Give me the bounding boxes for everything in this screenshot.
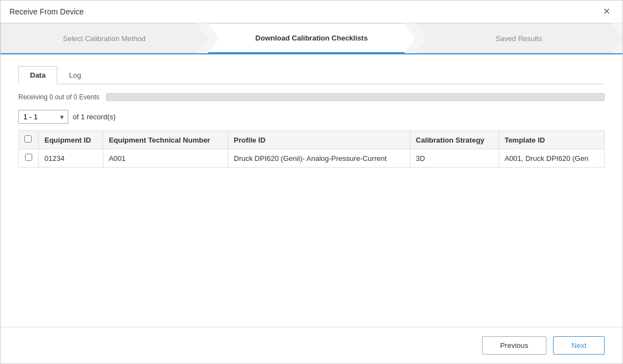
- pagination-info: of 1 record(s): [73, 113, 115, 121]
- tab-data-label: Data: [30, 71, 46, 79]
- footer: Previous Next: [1, 327, 622, 363]
- column-header-calibration-strategy: Calibration Strategy: [410, 131, 499, 149]
- tab-log-label: Log: [69, 71, 81, 79]
- close-button[interactable]: ✕: [600, 6, 614, 17]
- cell-calibration-strategy: 3D: [410, 149, 499, 168]
- column-header-profile-id: Profile ID: [228, 131, 410, 149]
- window-title: Receive From Device: [9, 7, 84, 16]
- row-checkbox[interactable]: [25, 154, 32, 161]
- cell-template-id: A001, Druck DPI620 (Gen: [499, 149, 604, 168]
- wizard-step-download-checklists-label: Download Calibration Checklists: [255, 34, 368, 42]
- table-header-row: Equipment ID Equipment Technical Number …: [19, 131, 605, 149]
- tabs-bar: Data Log: [18, 65, 605, 84]
- previous-button[interactable]: Previous: [482, 336, 547, 355]
- wizard-step-select-method[interactable]: Select Calibration Method: [1, 23, 208, 53]
- table-body: 01234 A001 Druck DPI620 (Genii)- Analog-…: [19, 149, 605, 168]
- page-select-wrapper[interactable]: 1 - 1 ▼: [18, 110, 68, 124]
- cell-profile-id: Druck DPI620 (Genii)- Analog-Pressure-Cu…: [228, 149, 410, 168]
- wizard-step-saved-results[interactable]: Saved Results: [415, 23, 622, 53]
- main-window: Receive From Device ✕ Select Calibration…: [0, 0, 623, 364]
- pagination-row: 1 - 1 ▼ of 1 record(s): [18, 110, 605, 124]
- cell-equipment-technical-number: A001: [103, 149, 228, 168]
- select-all-checkbox[interactable]: [24, 135, 32, 143]
- wizard-step-select-method-label: Select Calibration Method: [63, 34, 145, 43]
- column-header-template-id: Template ID: [499, 131, 604, 149]
- next-button[interactable]: Next: [553, 336, 605, 355]
- title-bar: Receive From Device ✕: [1, 1, 622, 23]
- row-checkbox-cell: [19, 149, 39, 168]
- wizard-step-download-checklists[interactable]: Download Calibration Checklists: [208, 23, 415, 53]
- table-header: Equipment ID Equipment Technical Number …: [19, 131, 605, 149]
- tab-data[interactable]: Data: [18, 66, 57, 84]
- wizard-step-saved-results-label: Saved Results: [495, 34, 542, 43]
- progress-label: Receiving 0 out of 0 Events: [18, 93, 99, 101]
- column-header-equipment-id: Equipment ID: [39, 131, 103, 149]
- data-table: Equipment ID Equipment Technical Number …: [18, 130, 605, 168]
- tab-log[interactable]: Log: [57, 66, 93, 84]
- cell-equipment-id: 01234: [39, 149, 103, 168]
- table-row: 01234 A001 Druck DPI620 (Genii)- Analog-…: [19, 149, 605, 168]
- wizard-steps: Select Calibration Method Download Calib…: [1, 23, 622, 54]
- progress-bar-container: [106, 93, 605, 101]
- content-area: Data Log Receiving 0 out of 0 Events 1 -…: [1, 54, 622, 327]
- column-header-equipment-technical-number: Equipment Technical Number: [103, 131, 228, 149]
- page-range-select[interactable]: 1 - 1: [18, 110, 68, 124]
- column-header-checkbox: [19, 131, 39, 149]
- progress-row: Receiving 0 out of 0 Events: [18, 93, 605, 101]
